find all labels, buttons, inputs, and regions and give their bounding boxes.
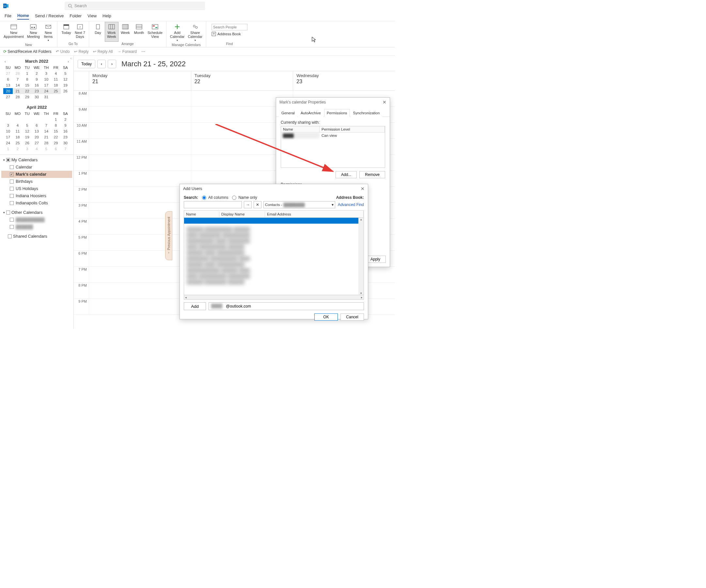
checkbox[interactable] — [10, 180, 14, 184]
checkbox[interactable] — [10, 225, 14, 229]
add-users-dialog: Add Users ✕ Search: All columns Name onl… — [180, 184, 368, 319]
chevron-down-icon: ▾ — [176, 39, 178, 42]
new-items-button[interactable]: New Items▾ — [41, 22, 55, 43]
next7-button[interactable]: 7Next 7 Days — [73, 22, 87, 42]
month-button[interactable]: Month — [132, 22, 146, 42]
menu-help[interactable]: Help — [103, 13, 111, 19]
scroll-right-icon[interactable]: ▸ — [361, 296, 363, 299]
day-header-tuesday[interactable]: Tuesday22 — [191, 71, 293, 90]
new-meeting-button[interactable]: New Meeting — [26, 22, 41, 43]
calendar-item-marks[interactable]: Mark's calendar — [1, 171, 72, 178]
group-my-calendars[interactable]: ▾ My Calendars — [1, 156, 72, 164]
menu-file[interactable]: File — [5, 13, 11, 19]
tab-general[interactable]: General — [279, 109, 297, 117]
day-header-row: Monday21 Tuesday22 Wednesday23 — [74, 71, 395, 91]
group-checkbox[interactable] — [8, 234, 12, 238]
svg-point-2 — [69, 4, 72, 7]
calendar-item[interactable]: Calendar — [1, 164, 72, 171]
menu-folder[interactable]: Folder — [70, 13, 82, 19]
tab-synchronization[interactable]: Synchronization — [351, 109, 383, 117]
calendar-item[interactable]: US Holidays — [1, 185, 72, 192]
menu-send-receive[interactable]: Send / Receive — [35, 13, 64, 19]
ok-button[interactable]: OK — [314, 313, 338, 321]
next-week-button[interactable]: › — [108, 60, 116, 68]
overflow-icon[interactable]: ⋯ — [141, 49, 145, 54]
today-button[interactable]: Today — [60, 22, 73, 42]
go-button[interactable]: → — [244, 201, 252, 208]
sharing-list[interactable]: NamePermission Level ████Can view — [281, 126, 385, 168]
chevron-right-icon: › — [111, 62, 113, 66]
next-month-icon[interactable]: › — [68, 60, 69, 63]
add-address-input[interactable] — [208, 302, 364, 310]
add-calendar-button[interactable]: Add Calendar▾ — [168, 22, 186, 43]
scroll-down-icon[interactable]: ▾ — [360, 291, 362, 295]
group-checkbox[interactable] — [6, 158, 10, 162]
col-header-email[interactable]: Email Address — [265, 211, 364, 217]
mini-cal-grid[interactable]: SUMOTUWETHFRSA 12 3456789 10111213141516… — [3, 111, 70, 152]
calendar-item[interactable]: ██████ — [1, 223, 72, 231]
menu-view[interactable]: View — [87, 13, 96, 19]
scroll-left-icon[interactable]: ◂ — [185, 296, 187, 299]
group-shared-calendars[interactable]: Shared Calendars — [1, 232, 72, 240]
chevron-left-icon: ‹ — [101, 62, 102, 66]
share-calendar-button[interactable]: Share Calendar▾ — [186, 22, 204, 43]
hour-label: 8 PM — [74, 283, 89, 299]
tab-autoarchive[interactable]: AutoArchive — [298, 109, 323, 117]
share-row[interactable]: ████Can view — [281, 132, 385, 139]
week-button[interactable]: Week — [118, 22, 132, 42]
menu-home[interactable]: Home — [17, 13, 29, 19]
advanced-find-link[interactable]: Advanced Find — [338, 202, 364, 207]
calendar-item[interactable]: Indianapolis Colts — [1, 199, 72, 207]
new-appointment-button[interactable]: New Appointment — [2, 22, 26, 43]
radio-all-columns[interactable] — [202, 196, 206, 200]
mini-cal-grid[interactable]: SUMOTUWETHFRSA 272812345 6789101112 1314… — [3, 65, 70, 100]
work-week-button[interactable]: Work Week — [105, 22, 118, 42]
address-book-select[interactable]: Contacts -████████ ▾ — [263, 201, 335, 208]
previous-appointment-tab[interactable]: ‹ Previous Appointment — [165, 211, 172, 260]
col-header-name[interactable]: Name — [184, 211, 219, 217]
mini-calendar-april: April 2022 SUMOTUWETHFRSA 12 3456789 101… — [0, 103, 73, 152]
close-icon[interactable]: ✕ — [361, 186, 364, 191]
close-icon[interactable]: ✕ — [383, 100, 387, 105]
collapse-sidebar-icon[interactable]: ‹ — [71, 56, 72, 60]
ribbon-group-goto: Today 7Next 7 Days Go To — [57, 21, 89, 47]
clear-button[interactable]: ✕ — [253, 201, 262, 208]
global-search[interactable]: Search — [65, 2, 205, 10]
day-header-monday[interactable]: Monday21 — [89, 71, 191, 90]
day-header-wednesday[interactable]: Wednesday23 — [293, 71, 395, 90]
prev-month-icon[interactable]: ‹ — [5, 60, 6, 63]
checkbox[interactable] — [10, 201, 14, 205]
cancel-button[interactable]: Cancel — [341, 313, 364, 321]
checkbox[interactable] — [10, 218, 14, 222]
selected-user-row[interactable] — [184, 218, 358, 224]
day-button[interactable]: Day — [91, 22, 105, 42]
checkbox[interactable] — [10, 187, 14, 191]
add-selected-button[interactable]: Add — [184, 302, 206, 310]
search-text-input[interactable] — [184, 201, 242, 208]
horizontal-scrollbar[interactable]: ◂▸ — [184, 295, 364, 300]
dialog-title: Add Users — [183, 187, 202, 191]
today-nav-button[interactable]: Today — [78, 60, 95, 68]
checkbox[interactable] — [10, 165, 14, 169]
schedule-view-button[interactable]: Schedule View — [146, 22, 164, 42]
arrow-right-icon: → — [246, 202, 250, 207]
remove-permission-button[interactable]: Remove — [359, 171, 385, 178]
search-people-input[interactable] — [211, 24, 247, 30]
checkbox[interactable] — [10, 172, 14, 176]
scroll-up-icon[interactable]: ▴ — [360, 218, 362, 221]
col-header-display[interactable]: Display Name — [219, 211, 265, 217]
calendar-item[interactable]: Birthdays — [1, 178, 72, 185]
radio-name-only[interactable] — [232, 196, 236, 200]
prev-week-button[interactable]: ‹ — [97, 60, 106, 68]
group-other-calendars[interactable]: ▾ Other Calendars — [1, 209, 72, 216]
add-permission-button[interactable]: Add... — [336, 171, 357, 178]
user-list[interactable]: ██████ ██████████ ██████████ ████████ ██… — [184, 218, 364, 295]
calendar-item[interactable]: Indiana Hoosiers — [1, 192, 72, 199]
group-checkbox[interactable] — [6, 210, 10, 214]
send-receive-button[interactable]: ⟳ Send/Receive All Folders — [3, 49, 51, 54]
calendar-item[interactable]: ██████████ — [1, 216, 72, 223]
scrollbar[interactable]: ▴▾ — [358, 218, 364, 295]
checkbox[interactable] — [10, 194, 14, 198]
address-book-button[interactable]: Address Book — [211, 32, 247, 36]
tab-permissions[interactable]: Permissions — [324, 109, 350, 117]
